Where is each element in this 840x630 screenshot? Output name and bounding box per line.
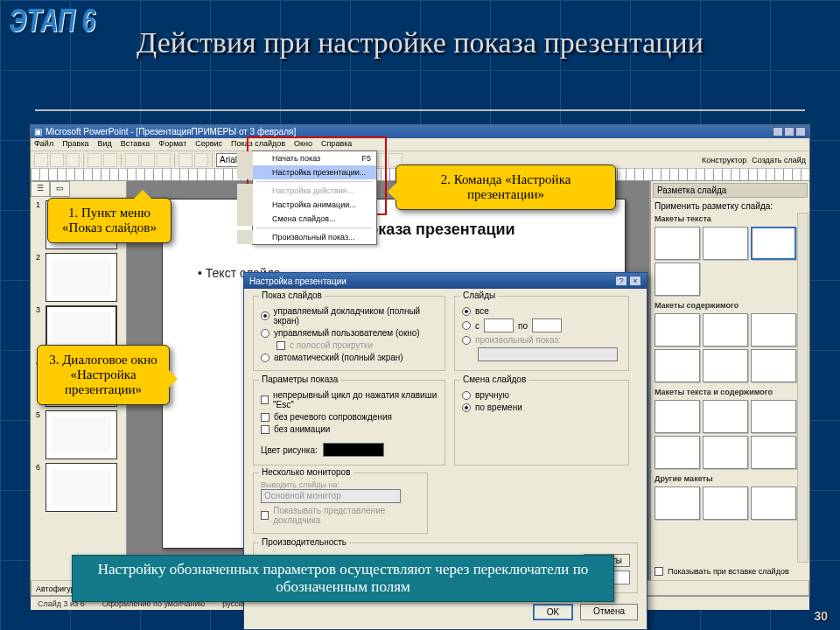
menu-item-animation[interactable]: Настройка анимации... xyxy=(237,198,376,212)
app-icon: ▣ xyxy=(34,127,42,136)
paste-icon[interactable] xyxy=(157,153,171,167)
title-rule xyxy=(35,109,805,111)
menu-item-transition[interactable]: Смена слайдов... xyxy=(237,212,376,226)
check-scrollbar: с полосой прокрутки xyxy=(276,340,438,350)
check-presenter-view: Показывать представление докладчика xyxy=(261,506,420,525)
print-icon[interactable] xyxy=(88,153,102,167)
bottom-banner: Настройку обозначенных параметров осущес… xyxy=(72,555,614,602)
menu-item-custom[interactable]: Произвольный показ... xyxy=(237,230,376,244)
group-legend: Параметры показа xyxy=(259,374,340,384)
ok-button[interactable]: OK xyxy=(533,604,573,620)
menu-edit[interactable]: Правка xyxy=(62,139,88,150)
callout-2: 2. Команда «Настройка презентации» xyxy=(396,164,616,210)
callout-3: 3. Диалоговое окно «Настройка презентаци… xyxy=(37,345,170,405)
menu-slideshow[interactable]: Показ слайдов xyxy=(231,139,285,150)
window-titlebar: ▣ Microsoft PowerPoint - [ПрезентацияПРИ… xyxy=(31,125,809,138)
layout-item[interactable] xyxy=(654,349,700,382)
minimize-button[interactable] xyxy=(773,127,783,136)
taskpane-scrollbar[interactable] xyxy=(797,213,808,563)
radio-custom: произвольный показ: xyxy=(462,335,621,345)
layout-item[interactable] xyxy=(751,436,796,469)
to-field[interactable] xyxy=(532,318,562,332)
layout-item[interactable] xyxy=(703,349,748,382)
layout-item[interactable] xyxy=(654,486,700,520)
radio-manual[interactable]: вручную xyxy=(462,390,621,400)
group-legend: Производительность xyxy=(259,537,349,547)
designer-link[interactable]: Конструктор xyxy=(702,156,746,164)
menu-file[interactable]: Файл xyxy=(34,139,53,150)
group-slides: Слайды все с по произвольный показ: xyxy=(454,296,629,371)
menu-help[interactable]: Справка xyxy=(321,139,352,150)
layout-item[interactable] xyxy=(703,227,748,260)
copy-icon[interactable] xyxy=(141,153,155,167)
menu-window[interactable]: Окно xyxy=(294,139,312,150)
taskpane-section-textcontent: Макеты текста и содержимого xyxy=(654,388,806,396)
outline-tab[interactable]: ☰ xyxy=(31,181,50,197)
callout-1: 1. Пункт меню «Показ слайдов» xyxy=(47,198,172,243)
dialog-close-button[interactable]: × xyxy=(629,276,641,286)
menubar: Файл Правка Вид Вставка Формат Сервис По… xyxy=(31,138,809,151)
taskpane-apply-label: Применить разметку слайда: xyxy=(654,201,806,211)
taskpane-foot-check: Показывать при вставке слайдов xyxy=(668,567,789,576)
cut-icon[interactable] xyxy=(125,153,139,167)
from-field[interactable] xyxy=(484,318,514,332)
taskpane-section-content: Макеты содержимого xyxy=(654,301,806,310)
group-showtype: Показ слайдов управляемый докладчиком (п… xyxy=(253,296,445,371)
layout-item[interactable] xyxy=(703,313,748,346)
maximize-button[interactable] xyxy=(784,127,794,136)
task-pane: Разметка слайда Применить разметку слайд… xyxy=(650,181,809,580)
layout-item[interactable] xyxy=(654,227,700,260)
layout-item[interactable] xyxy=(751,486,796,520)
undo-icon[interactable] xyxy=(178,153,192,167)
newslide-link[interactable]: Создать слайд xyxy=(752,156,806,164)
thumbnail-6[interactable]: 6 xyxy=(36,463,121,512)
thumbnail-5[interactable]: 5 xyxy=(36,410,121,459)
menu-insert[interactable]: Вставка xyxy=(121,139,150,150)
close-button[interactable] xyxy=(795,127,806,136)
layout-item[interactable] xyxy=(654,436,700,469)
menu-format[interactable]: Формат xyxy=(158,139,186,150)
redo-icon[interactable] xyxy=(194,153,208,167)
menu-item-start[interactable]: Начать показF5 xyxy=(237,151,376,165)
radio-timing[interactable]: по времени xyxy=(462,402,621,412)
menu-item-setup[interactable]: Настройка презентации... xyxy=(237,165,376,179)
radio-range[interactable]: с по xyxy=(462,318,621,332)
pen-color-dropdown[interactable]: ▾ xyxy=(323,443,384,457)
layout-item[interactable] xyxy=(703,400,748,433)
layout-item[interactable] xyxy=(751,400,796,433)
group-options: Параметры показа непрерывный цикл до наж… xyxy=(253,380,445,466)
page-number: 30 xyxy=(814,609,828,623)
layout-item[interactable] xyxy=(654,262,700,296)
check-no-animation[interactable]: без анимации xyxy=(261,424,438,434)
new-icon[interactable] xyxy=(34,153,48,167)
layout-item[interactable] xyxy=(654,313,700,346)
pen-color-label: Цвет рисунка: xyxy=(261,445,318,455)
open-icon[interactable] xyxy=(50,153,64,167)
cancel-button[interactable]: Отмена xyxy=(580,604,638,620)
radio-all[interactable]: все xyxy=(462,306,621,316)
monitor-label: Выводить слайды на: xyxy=(261,480,420,489)
menu-item-action[interactable]: Настройка действия... xyxy=(237,184,376,198)
dialog-help-button[interactable]: ? xyxy=(615,276,627,286)
layout-item[interactable] xyxy=(703,436,748,469)
preview-icon[interactable] xyxy=(103,153,117,167)
taskpane-header[interactable]: Разметка слайда xyxy=(653,183,808,198)
layout-item[interactable] xyxy=(703,486,748,520)
group-advance: Смена слайдов вручную по времени xyxy=(454,380,629,466)
thumbnail-2[interactable]: 2 xyxy=(36,253,121,302)
monitor-dropdown: Основной монитор xyxy=(261,489,401,503)
menu-tools[interactable]: Сервис xyxy=(195,139,222,150)
radio-presenter[interactable]: управляемый докладчиком (полный экран) xyxy=(261,306,438,326)
radio-kiosk[interactable]: автоматический (полный экран) xyxy=(261,353,438,362)
check-loop[interactable]: непрерывный цикл до нажатия клавиши "Esc… xyxy=(261,390,438,410)
layout-item[interactable] xyxy=(751,349,796,382)
layout-item[interactable] xyxy=(751,313,796,346)
save-icon[interactable] xyxy=(66,153,80,167)
slides-tab[interactable]: ▭ xyxy=(50,181,70,197)
check-no-narration[interactable]: без речевого сопровождения xyxy=(261,412,438,422)
radio-user[interactable]: управляемый пользователем (окно) xyxy=(261,328,438,338)
checkbox-icon[interactable] xyxy=(654,567,663,576)
layout-item[interactable] xyxy=(654,400,700,433)
layout-item[interactable] xyxy=(751,227,796,260)
menu-view[interactable]: Вид xyxy=(98,139,112,150)
